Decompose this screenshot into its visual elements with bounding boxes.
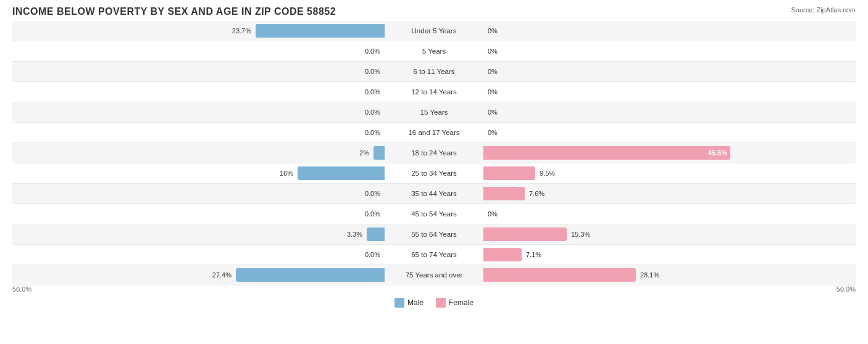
chart-row: 0.0% 65 to 74 Years 7.1%: [12, 245, 856, 265]
legend: Male Female: [12, 298, 856, 308]
row-label: 18 to 24 Years: [385, 149, 483, 157]
chart-row: 0.0% 12 to 14 Years 0%: [12, 82, 856, 102]
bar-left-container: 0.0%: [12, 85, 385, 99]
axis-50-right: 50.0%: [837, 285, 856, 293]
row-label: 25 to 34 Years: [385, 170, 483, 177]
chart-row: 0.0% 6 to 11 Years 0%: [12, 62, 856, 82]
row-label: 5 Years: [385, 47, 483, 55]
bar-left-container: 2%: [12, 146, 385, 160]
row-label: Under 5 Years: [385, 27, 483, 35]
row-label: 45 to 54 Years: [385, 210, 483, 218]
female-value: 28.1%: [638, 271, 659, 279]
row-label: 55 to 64 Years: [385, 231, 483, 238]
female-value: 0%: [486, 129, 498, 136]
chart-row: 0.0% 5 Years 0%: [12, 41, 856, 62]
axis-50-left: 50.0%: [12, 285, 31, 293]
male-value: 0.0%: [365, 88, 382, 96]
bar-right-container: 0%: [483, 24, 856, 38]
row-label: 6 to 11 Years: [385, 68, 483, 75]
female-value: 7.6%: [527, 190, 545, 197]
bar-left-container: 27.4%: [12, 268, 385, 282]
bar-male: 27.4%: [236, 268, 385, 282]
chart-row: 0.0% 15 Years 0%: [12, 102, 856, 123]
male-value: 0.0%: [365, 47, 382, 55]
chart-row: 27.4% 75 Years and over 28.1%: [12, 265, 856, 285]
bar-right-container: 0%: [483, 126, 856, 139]
bar-left-container: 16%: [12, 166, 385, 180]
chart-title: INCOME BELOW POVERTY BY SEX AND AGE IN Z…: [12, 6, 856, 17]
male-value: 0.0%: [365, 109, 382, 116]
male-value: 3.3%: [347, 231, 364, 238]
chart-row: 0.0% 35 to 44 Years 7.6%: [12, 184, 856, 204]
bar-left-container: 23.7%: [12, 24, 385, 38]
bar-right-container: 7.6%: [483, 187, 856, 200]
bar-male: 2%: [373, 146, 385, 160]
female-value: 7.1%: [524, 251, 541, 258]
row-label: 65 to 74 Years: [385, 251, 483, 258]
bar-left-container: 0.0%: [12, 187, 385, 200]
bar-left-container: 0.0%: [12, 248, 385, 261]
bar-right-container: 0%: [483, 65, 856, 78]
bar-right-container: 0%: [483, 207, 856, 221]
male-value: 0.0%: [365, 129, 382, 136]
source-text: Source: ZipAtlas.com: [791, 6, 856, 14]
female-value: 9.5%: [538, 170, 555, 177]
bar-right-container: 45.5%: [483, 146, 856, 160]
female-value: 0%: [486, 27, 498, 35]
bar-female: 28.1%: [483, 268, 636, 282]
male-value: 0.0%: [365, 190, 382, 197]
male-value: 23.7%: [232, 27, 253, 35]
female-value: 0%: [486, 210, 498, 218]
bar-left-container: 0.0%: [12, 44, 385, 58]
axis-right: 50.0%: [483, 285, 856, 293]
bar-left-container: 3.3%: [12, 227, 385, 241]
legend-female: Female: [436, 298, 474, 308]
male-label: Male: [407, 298, 424, 307]
bar-male: 16%: [298, 166, 385, 180]
female-value: 0%: [486, 109, 498, 116]
bar-female: 15.3%: [483, 227, 567, 241]
male-value: 16%: [280, 170, 295, 177]
bar-right-container: 15.3%: [483, 227, 856, 241]
male-value: 0.0%: [365, 68, 382, 75]
row-label: 15 Years: [385, 109, 483, 116]
row-label: 16 and 17 Years: [385, 129, 483, 136]
male-color-box: [394, 298, 404, 308]
bar-left-container: 0.0%: [12, 105, 385, 119]
female-color-box: [436, 298, 446, 308]
bar-left-container: 0.0%: [12, 207, 385, 221]
legend-male: Male: [394, 298, 424, 308]
bar-female: 7.6%: [483, 187, 525, 200]
bar-right-container: 9.5%: [483, 166, 856, 180]
bar-right-container: 28.1%: [483, 268, 856, 282]
chart-container: INCOME BELOW POVERTY BY SEX AND AGE IN Z…: [0, 0, 868, 344]
female-value: 15.3%: [569, 231, 590, 238]
bar-female: 9.5%: [483, 166, 535, 180]
male-value: 0.0%: [365, 251, 382, 258]
female-value: 0%: [486, 68, 498, 75]
chart-row: 23.7% Under 5 Years 0%: [12, 21, 856, 41]
female-value: 45.5%: [708, 149, 727, 157]
row-label: 12 to 14 Years: [385, 88, 483, 96]
bar-right-container: 0%: [483, 105, 856, 119]
bar-male: 3.3%: [367, 227, 385, 241]
bar-female: 45.5%: [483, 146, 730, 160]
bar-left-container: 0.0%: [12, 65, 385, 78]
axis-row: 50.0% 50.0%: [12, 285, 856, 293]
bar-left-container: 0.0%: [12, 126, 385, 139]
bar-right-container: 7.1%: [483, 248, 856, 261]
chart-row: 16% 25 to 34 Years 9.5%: [12, 163, 856, 184]
bar-male: 23.7%: [256, 24, 385, 38]
male-value: 27.4%: [212, 271, 233, 279]
chart-row: 2% 18 to 24 Years 45.5%: [12, 143, 856, 163]
male-value: 0.0%: [365, 210, 382, 218]
row-label: 35 to 44 Years: [385, 190, 483, 197]
bar-right-container: 0%: [483, 44, 856, 58]
chart-area: 23.7% Under 5 Years 0% 0.0% 5 Years 0%: [12, 21, 856, 285]
axis-left: 50.0%: [12, 285, 385, 293]
row-label: 75 Years and over: [385, 271, 483, 279]
female-label: Female: [449, 298, 474, 307]
chart-row: 3.3% 55 to 64 Years 15.3%: [12, 224, 856, 245]
bar-female: 7.1%: [483, 248, 522, 261]
female-value: 0%: [486, 88, 498, 96]
